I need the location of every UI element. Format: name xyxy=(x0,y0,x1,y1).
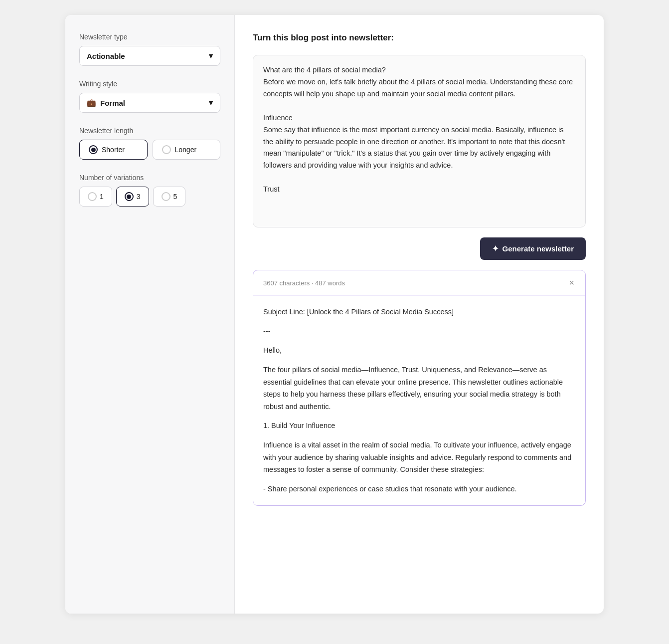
generate-newsletter-button[interactable]: ✦ Generate newsletter xyxy=(480,237,586,260)
briefcase-icon: 💼 xyxy=(87,98,96,107)
writing-style-value-wrapper: 💼 Formal xyxy=(87,98,125,107)
newsletter-length-section: Newsletter length Shorter Longer xyxy=(79,127,220,160)
result-content: Subject Line: [Unlock the 4 Pillars of S… xyxy=(253,296,585,505)
longer-radio-circle xyxy=(162,145,171,154)
sidebar: Newsletter type Actionable ▾ Writing sty… xyxy=(65,15,235,614)
result-header: 3607 characters · 487 words × xyxy=(253,270,585,296)
result-paragraph1: The four pillars of social media—Influen… xyxy=(263,364,575,413)
result-section1-body: Influence is a vital asset in the realm … xyxy=(263,439,575,476)
var5-label: 5 xyxy=(173,193,177,201)
variations-section: Number of variations 1 3 5 xyxy=(79,174,220,207)
var1-radio-circle xyxy=(88,192,97,201)
result-greeting: Hello, xyxy=(263,344,575,357)
shorter-radio-circle xyxy=(89,145,98,154)
generate-button-label: Generate newsletter xyxy=(502,244,574,253)
variations-label: Number of variations xyxy=(79,174,220,182)
generate-row: ✦ Generate newsletter xyxy=(253,237,586,260)
var5-radio-circle xyxy=(162,192,170,201)
length-option-longer[interactable]: Longer xyxy=(153,140,221,160)
main-title: Turn this blog post into newsletter: xyxy=(253,33,586,43)
main-content: Turn this blog post into newsletter: Wha… xyxy=(235,15,604,614)
result-section1-title: 1. Build Your Influence xyxy=(263,420,575,432)
writing-style-section: Writing style 💼 Formal ▾ xyxy=(79,80,220,113)
newsletter-type-label: Newsletter type xyxy=(79,33,220,41)
variation-option-5[interactable]: 5 xyxy=(153,187,186,207)
length-radio-group: Shorter Longer xyxy=(79,140,220,160)
writing-style-label: Writing style xyxy=(79,80,220,88)
variation-option-3[interactable]: 3 xyxy=(116,187,149,207)
chevron-down-icon: ▾ xyxy=(209,98,213,107)
length-option-shorter[interactable]: Shorter xyxy=(79,140,148,160)
shorter-label: Shorter xyxy=(102,146,125,154)
result-section1-bullet: - Share personal experiences or case stu… xyxy=(263,483,575,495)
newsletter-length-label: Newsletter length xyxy=(79,127,220,135)
variation-option-1[interactable]: 1 xyxy=(79,187,112,207)
newsletter-type-value: Actionable xyxy=(87,52,125,60)
newsletter-type-section: Newsletter type Actionable ▾ xyxy=(79,33,220,66)
chevron-down-icon: ▾ xyxy=(209,51,213,60)
result-stats: 3607 characters · 487 words xyxy=(263,279,345,287)
close-result-button[interactable]: × xyxy=(568,277,575,288)
var3-label: 3 xyxy=(137,193,141,201)
newsletter-type-select[interactable]: Actionable ▾ xyxy=(79,46,220,66)
writing-style-select[interactable]: 💼 Formal ▾ xyxy=(79,93,220,113)
var1-label: 1 xyxy=(100,193,104,201)
result-subject-line: Subject Line: [Unlock the 4 Pillars of S… xyxy=(263,306,575,318)
variations-radio-group: 1 3 5 xyxy=(79,187,220,207)
writing-style-value: Formal xyxy=(100,99,125,107)
blog-input-wrapper: What are the 4 pillars of social media? … xyxy=(253,55,586,227)
sparkle-icon: ✦ xyxy=(492,244,499,253)
longer-label: Longer xyxy=(175,146,197,154)
result-card: 3607 characters · 487 words × Subject Li… xyxy=(253,270,586,506)
result-separator: --- xyxy=(263,325,575,338)
blog-input[interactable]: What are the 4 pillars of social media? … xyxy=(253,55,585,225)
var3-radio-circle xyxy=(125,192,134,201)
